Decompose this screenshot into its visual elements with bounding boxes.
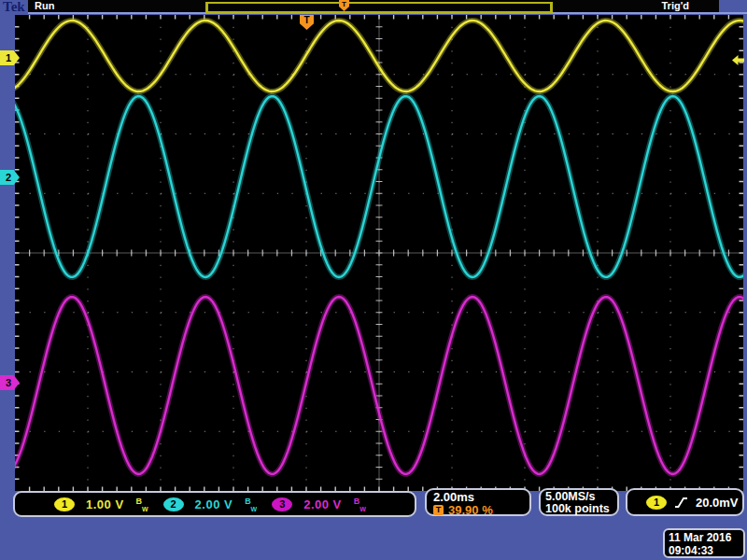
rising-edge-icon <box>674 497 688 509</box>
record-view-left-bracket <box>205 2 208 13</box>
trigger-readout: 1 20.0mV <box>626 488 744 516</box>
time-per-division: 2.00ms <box>433 491 523 504</box>
ch3-bandwidth-limit-icon: BW <box>354 497 366 511</box>
oscilloscope-screen: { "header": { "logo": "Tek", "acq_status… <box>0 0 747 560</box>
graticule <box>15 15 743 491</box>
record-view: T <box>28 0 719 12</box>
ch1-badge: 1 <box>54 497 75 511</box>
date: 11 Mar 2016 <box>669 531 740 544</box>
ch2-badge: 2 <box>163 497 184 511</box>
ch1-bandwidth-limit-icon: BW <box>136 497 148 511</box>
trigger-level: 20.0mV <box>696 496 739 510</box>
record-view-bar <box>205 2 553 13</box>
record-length: 100k points <box>545 503 613 515</box>
scope-canvas <box>15 15 743 491</box>
time: 09:04:33 <box>669 544 740 557</box>
trigger-source-badge: 1 <box>646 496 667 510</box>
tek-logo: Tek <box>3 0 25 15</box>
ch3-badge: 3 <box>272 497 292 511</box>
ch2-scale: 2.00 V <box>195 497 233 511</box>
channel-readouts: 1 1.00 V BW 2 2.00 V BW 3 2.00 V BW <box>13 491 416 517</box>
horizontal-readout: 2.00ms T 39.90 % <box>425 488 531 516</box>
ch1-scale: 1.00 V <box>86 497 124 511</box>
trigger-t-icon: T <box>433 505 444 515</box>
datetime-readout: 11 Mar 2016 09:04:33 <box>663 528 745 558</box>
ch2-bandwidth-limit-icon: BW <box>245 497 257 511</box>
record-view-right-bracket <box>550 2 553 13</box>
trigger-position-percent: 39.90 % <box>448 504 493 516</box>
acquisition-readout: 5.00MS/s 100k points <box>539 488 619 516</box>
ch3-scale: 2.00 V <box>303 497 342 511</box>
